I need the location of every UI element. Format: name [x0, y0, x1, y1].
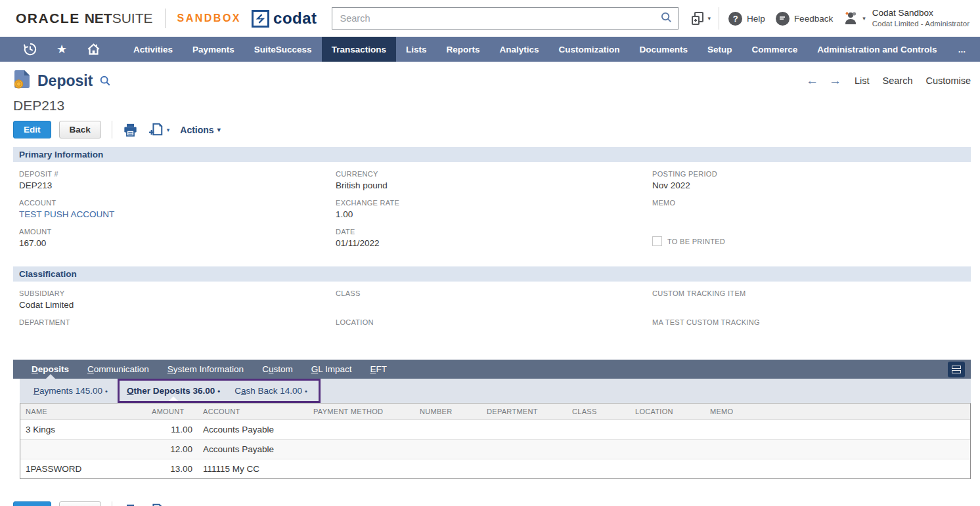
- nav-item-setup[interactable]: Setup: [698, 37, 742, 62]
- nav-item-transactions[interactable]: Transactions: [322, 37, 396, 62]
- print-icon[interactable]: [123, 123, 138, 137]
- field-ma-test-custom-tracking: MA TEST CUSTOM TRACKING: [652, 318, 971, 347]
- tab-gl-impact[interactable]: GL Impact: [302, 360, 361, 379]
- tab-deposits[interactable]: Deposits: [22, 360, 78, 379]
- customise-link[interactable]: Customise: [926, 75, 971, 86]
- search-link[interactable]: Search: [883, 75, 913, 86]
- actions-menu-button[interactable]: Actions ▾: [180, 125, 220, 135]
- col-memo[interactable]: MEMO: [705, 404, 970, 420]
- nav-item-documents[interactable]: Documents: [629, 37, 698, 62]
- nav-item-commerce[interactable]: Commerce: [742, 37, 808, 62]
- feedback-icon[interactable]: [776, 12, 790, 26]
- edit-button[interactable]: Edit: [13, 121, 51, 138]
- cell-memo: [705, 440, 970, 459]
- tab-custom[interactable]: Custom: [253, 360, 302, 379]
- codat-wordmark: codat: [273, 9, 317, 28]
- roles-icon[interactable]: ▾: [843, 11, 866, 26]
- col-number[interactable]: NUMBER: [414, 404, 481, 420]
- save-as-pdf-icon[interactable]: ▾: [148, 503, 170, 506]
- main-navigation: ★ Activities Payments SuiteSuccess Trans…: [0, 37, 980, 62]
- global-search-input[interactable]: [339, 12, 660, 24]
- tab-eft[interactable]: EFT: [361, 360, 396, 379]
- field-value: DEP213: [19, 180, 336, 191]
- oracle-netsuite-logo: ORACLE NET SUITE: [16, 11, 153, 26]
- netsuite-wordmark-light: SUITE: [112, 11, 153, 26]
- nav-more-button[interactable]: ...: [958, 37, 966, 62]
- subtab-cash-back[interactable]: Cash Back 14.00 •: [227, 381, 315, 401]
- back-button-bottom[interactable]: Back: [59, 501, 101, 506]
- field-value: 1.00: [336, 209, 652, 220]
- nav-item-payments[interactable]: Payments: [183, 37, 244, 62]
- nav-item-lists[interactable]: Lists: [396, 37, 437, 62]
- cell-name-link[interactable]: 3 Kings: [20, 420, 146, 440]
- help-link[interactable]: Help: [747, 14, 765, 24]
- cell-name-link[interactable]: 1PASSWORD: [20, 459, 146, 479]
- table-row: 12.00 Accounts Payable: [20, 440, 970, 459]
- cell-number: [414, 440, 481, 459]
- subtab-payments[interactable]: Payments 145.00 •: [26, 379, 115, 403]
- back-button[interactable]: Back: [59, 121, 101, 138]
- col-payment-method[interactable]: PAYMENT METHOD: [308, 404, 414, 420]
- expand-collapse-layout-button[interactable]: [948, 362, 965, 377]
- nav-item-administration[interactable]: Administration and Controls: [807, 37, 947, 62]
- field-date: DATE 01/11/2022: [336, 228, 652, 257]
- previous-record-arrow-icon[interactable]: ←: [806, 74, 818, 88]
- cell-account-link[interactable]: 111115 My CC: [198, 459, 308, 479]
- toolbar-top: Edit Back ▾ Actions ▾: [13, 121, 971, 138]
- col-class[interactable]: CLASS: [567, 404, 630, 420]
- to-be-printed-checkbox[interactable]: [652, 236, 662, 246]
- help-icon[interactable]: ?: [728, 12, 742, 26]
- field-class: CLASS: [336, 289, 652, 318]
- field-value: Codat Limited: [19, 300, 336, 310]
- cell-account-link[interactable]: Accounts Payable: [198, 440, 308, 459]
- divider: [112, 121, 112, 138]
- field-amount: AMOUNT 167.00: [19, 228, 336, 257]
- col-amount[interactable]: AMOUNT: [146, 404, 198, 420]
- nav-item-customization[interactable]: Customization: [548, 37, 629, 62]
- edit-button-bottom[interactable]: Edit: [13, 501, 51, 506]
- cell-amount: 12.00: [146, 440, 198, 459]
- cell-memo: [705, 420, 970, 440]
- tab-communication[interactable]: Communication: [78, 360, 158, 379]
- app-header: ORACLE NET SUITE SANDBOX codat ▾ ? Help …: [0, 0, 980, 37]
- user-role: Codat Limited - Administrator: [872, 19, 969, 28]
- cell-name-link: [20, 440, 146, 459]
- search-icon[interactable]: [660, 11, 673, 26]
- save-as-pdf-icon[interactable]: ▾: [148, 123, 170, 137]
- field-label: DATE: [336, 228, 652, 236]
- field-label: LOCATION: [336, 318, 652, 326]
- cell-account-link[interactable]: Accounts Payable: [198, 420, 308, 440]
- col-location[interactable]: LOCATION: [630, 404, 705, 420]
- nav-item-reports[interactable]: Reports: [436, 37, 489, 62]
- col-name[interactable]: NAME: [20, 404, 146, 420]
- shortcuts-star-icon[interactable]: ★: [54, 42, 70, 56]
- list-link[interactable]: List: [855, 75, 870, 86]
- col-account[interactable]: ACCOUNT: [198, 404, 308, 420]
- next-record-arrow-icon[interactable]: →: [829, 74, 841, 88]
- subtab-other-deposits[interactable]: Other Deposits 36.00 •: [120, 381, 227, 401]
- feedback-link[interactable]: Feedback: [794, 14, 833, 24]
- print-icon[interactable]: [123, 503, 138, 506]
- cell-number: [414, 420, 481, 440]
- field-posting-period: POSTING PERIOD Nov 2022: [652, 170, 971, 199]
- create-new-icon[interactable]: ▾: [690, 11, 711, 26]
- tab-system-information[interactable]: System Information: [158, 360, 253, 379]
- cell-location: [630, 420, 705, 440]
- account-link[interactable]: TEST PUSH ACCOUNT: [19, 209, 336, 220]
- nav-item-activities[interactable]: Activities: [123, 37, 183, 62]
- field-value: 01/11/2022: [336, 238, 652, 249]
- table-row: 1PASSWORD 13.00 111115 My CC: [20, 459, 970, 479]
- record-search-icon[interactable]: [99, 75, 111, 87]
- netsuite-wordmark-bold: NET: [85, 11, 112, 26]
- cell-department: [481, 440, 567, 459]
- chevron-down-icon: ▾: [708, 15, 711, 22]
- home-icon[interactable]: [85, 42, 101, 56]
- col-department[interactable]: DEPARTMENT: [481, 404, 567, 420]
- recent-records-icon[interactable]: [22, 42, 38, 56]
- field-label: ACCOUNT: [19, 199, 336, 207]
- nav-item-suitesuccess[interactable]: SuiteSuccess: [244, 37, 322, 62]
- record-id: DEP213: [13, 98, 971, 114]
- nav-item-analytics[interactable]: Analytics: [489, 37, 548, 62]
- field-value: [652, 209, 971, 220]
- user-info[interactable]: Codat Sandbox Codat Limited - Administra…: [872, 8, 969, 28]
